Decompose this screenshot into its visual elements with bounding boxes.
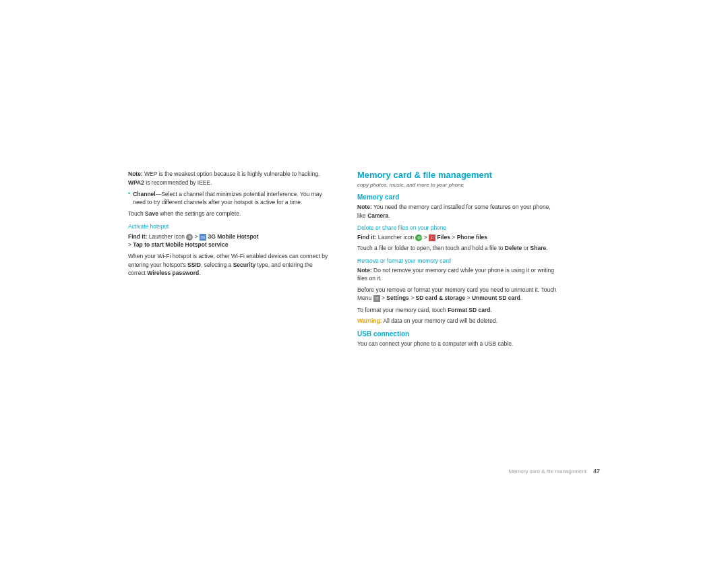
note-wep-bold: WPA2 xyxy=(128,179,144,186)
channel-body: —Select a channel that minimizes potenti… xyxy=(133,191,322,206)
note-wep: Note: WEP is the weakest option because … xyxy=(128,170,330,187)
memory-card-heading: Memory card xyxy=(357,193,559,201)
usb-connection-text: You can connect your phone to a computer… xyxy=(357,340,559,348)
page-footer: Memory card & file management 47 xyxy=(508,468,600,474)
memory-note-text2: . xyxy=(388,212,390,219)
usb-connection-heading: USB connection xyxy=(357,330,559,338)
right-column: Memory card & file management copy photo… xyxy=(357,170,559,351)
touch-text3: . xyxy=(546,245,547,251)
touch-text1: Touch a file or folder to open, then tou… xyxy=(357,245,505,251)
find-it-files-label: Find it: xyxy=(357,234,376,241)
warning-note: Warning: All data on your memory card wi… xyxy=(357,317,559,325)
warning-text: All data on your memory card will be del… xyxy=(382,317,498,324)
footer-text: Memory card & file management xyxy=(508,468,586,474)
remove-note-text: Do not remove your memory card while you… xyxy=(357,267,554,282)
channel-text: Channel—Select a channel that minimizes … xyxy=(133,190,330,207)
content-area: Note: WEP is the weakest option because … xyxy=(128,170,600,351)
format-text1: To format your memory card, touch xyxy=(357,307,448,313)
remove-note-label: Note: xyxy=(357,267,372,274)
files-bold: Files xyxy=(437,234,450,241)
mobile-hotspot-bold: 3G Mobile Hotspot xyxy=(208,233,259,240)
touch-text2: or xyxy=(522,245,530,251)
settings-bold: Settings xyxy=(386,294,409,301)
share-bold: Share xyxy=(530,245,547,251)
remove-note: Note: Do not remove your memory card whi… xyxy=(357,266,559,283)
save-text1: Touch xyxy=(128,210,145,217)
page: Note: WEP is the weakest option because … xyxy=(0,0,728,562)
files-icon: F xyxy=(429,235,435,241)
wireless-password-bold: Wireless password xyxy=(147,270,199,276)
page-number: 47 xyxy=(593,468,600,474)
format-note: To format your memory card, touch Format… xyxy=(357,306,559,314)
main-heading: Memory card & file management xyxy=(357,170,559,180)
launcher-icon-files: ⚙ xyxy=(415,235,422,241)
save-note: Touch Save when the settings are complet… xyxy=(128,210,330,218)
find-files-arrow2: > xyxy=(452,234,456,241)
wifi-text4: . xyxy=(199,270,200,276)
find-it-hotspot: Find it: Launcher icon ⚙ > 3G 3G Mobile … xyxy=(128,232,330,249)
before-text3: > xyxy=(409,294,416,301)
tap-to-start-bold: Tap to start Mobile Hotspot service xyxy=(133,241,228,248)
touch-file-note: Touch a file or folder to open, then tou… xyxy=(357,244,559,252)
find-it-text2: > xyxy=(195,233,200,240)
before-text5: . xyxy=(520,294,522,301)
find-it-text1: Launcher icon xyxy=(149,233,187,240)
launcher-icon: ⚙ xyxy=(186,234,193,241)
note-wep-text1: WEP is the weakest option because it is … xyxy=(143,170,320,177)
warning-label: Warning: xyxy=(357,317,382,324)
find-files-arrow1: > xyxy=(424,234,429,241)
bullet-dot: • xyxy=(128,190,130,207)
left-column: Note: WEP is the weakest option because … xyxy=(128,170,330,351)
format-text2: . xyxy=(490,307,491,313)
find-files-text1: Launcher icon xyxy=(378,234,416,241)
wifi-active-note: When your Wi-Fi hotspot is active, other… xyxy=(128,252,330,277)
sd-storage-bold: SD card & storage xyxy=(416,294,466,301)
save-text2: when the settings are complete. xyxy=(158,210,241,217)
note-wep-text2: is recommended by IEEE. xyxy=(144,179,212,186)
ssid-bold: SSID xyxy=(187,261,201,268)
channel-label: Channel xyxy=(133,191,156,197)
phone-files-bold: Phone files xyxy=(457,234,487,241)
bullet-channel: • Channel—Select a channel that minimize… xyxy=(128,190,330,207)
save-bold: Save xyxy=(145,210,158,217)
find-it-label: Find it: xyxy=(128,233,147,240)
wifi-text2: , selecting a xyxy=(201,261,233,268)
menu-icon: ☰ xyxy=(373,295,380,302)
memory-card-note: Note: You need the memory card installed… xyxy=(357,203,559,220)
note-label-wep: Note: xyxy=(128,170,143,177)
delete-share-heading: Delete or share files on your phone xyxy=(357,224,559,231)
format-sd-bold: Format SD card xyxy=(448,307,490,313)
before-remove-note: Before you remove or format your memory … xyxy=(357,286,559,303)
activate-hotspot-label: Activate hotspot xyxy=(128,223,330,230)
camera-bold: Camera xyxy=(367,212,388,219)
before-text2: > xyxy=(380,294,387,301)
unmount-bold: Unmount SD card xyxy=(472,294,520,301)
memory-note-label: Note: xyxy=(357,204,372,210)
security-bold: Security xyxy=(233,261,256,268)
subtitle: copy photos, music, and more to your pho… xyxy=(357,182,559,188)
before-text4: > xyxy=(465,294,472,301)
remove-format-heading: Remove or format your memory card xyxy=(357,257,559,264)
delete-bold: Delete xyxy=(505,245,522,251)
3g-icon: 3G xyxy=(200,234,206,241)
find-it-files: Find it: Launcher icon ⚙ > F Files > Pho… xyxy=(357,233,559,241)
